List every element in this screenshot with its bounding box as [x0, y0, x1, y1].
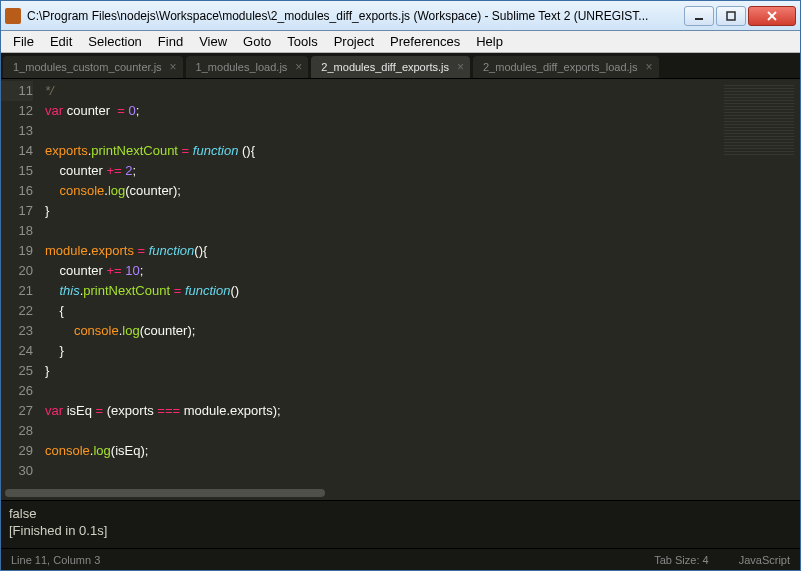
tab-close-icon[interactable]: ×: [457, 60, 464, 74]
line-number: 19: [1, 241, 33, 261]
line-number: 21: [1, 281, 33, 301]
status-tab-size[interactable]: Tab Size: 4: [654, 554, 708, 566]
tab-close-icon[interactable]: ×: [295, 60, 302, 74]
status-syntax[interactable]: JavaScript: [739, 554, 790, 566]
line-number: 24: [1, 341, 33, 361]
code-line: var isEq = (exports === module.exports);: [45, 401, 710, 421]
code-editor[interactable]: */var counter = 0;exports.printNextCount…: [41, 79, 710, 486]
line-number: 18: [1, 221, 33, 241]
titlebar[interactable]: C:\Program Files\nodejs\Workspace\module…: [1, 1, 800, 31]
code-line: console.log(isEq);: [45, 441, 710, 461]
tab-label: 1_modules_load.js: [196, 61, 288, 73]
menu-preferences[interactable]: Preferences: [382, 32, 468, 51]
menu-edit[interactable]: Edit: [42, 32, 80, 51]
build-output-panel[interactable]: false [Finished in 0.1s]: [1, 500, 800, 548]
code-line: [45, 421, 710, 441]
tab-label: 2_modules_diff_exports_load.js: [483, 61, 638, 73]
menu-find[interactable]: Find: [150, 32, 191, 51]
line-number-gutter: 1112131415161718192021222324252627282930: [1, 79, 41, 486]
window-title: C:\Program Files\nodejs\Workspace\module…: [27, 9, 684, 23]
line-number: 13: [1, 121, 33, 141]
menu-tools[interactable]: Tools: [279, 32, 325, 51]
menu-file[interactable]: File: [5, 32, 42, 51]
line-number: 23: [1, 321, 33, 341]
line-number: 28: [1, 421, 33, 441]
code-line: this.printNextCount = function(): [45, 281, 710, 301]
tab-close-icon[interactable]: ×: [646, 60, 653, 74]
line-number: 29: [1, 441, 33, 461]
horizontal-scrollbar[interactable]: [1, 486, 800, 500]
code-line: [45, 381, 710, 401]
code-line: console.log(counter);: [45, 181, 710, 201]
window-controls: [684, 6, 796, 26]
code-line: console.log(counter);: [45, 321, 710, 341]
line-number: 26: [1, 381, 33, 401]
tab-2_modules_diff_exports_load-js[interactable]: 2_modules_diff_exports_load.js×: [473, 56, 659, 78]
line-number: 11: [1, 81, 33, 101]
code-line: counter += 10;: [45, 261, 710, 281]
line-number: 25: [1, 361, 33, 381]
line-number: 30: [1, 461, 33, 481]
code-line: [45, 121, 710, 141]
status-position[interactable]: Line 11, Column 3: [11, 554, 100, 566]
menu-project[interactable]: Project: [326, 32, 382, 51]
code-line: exports.printNextCount = function (){: [45, 141, 710, 161]
minimap[interactable]: [710, 79, 800, 486]
line-number: 16: [1, 181, 33, 201]
line-number: 12: [1, 101, 33, 121]
line-number: 20: [1, 261, 33, 281]
line-number: 14: [1, 141, 33, 161]
status-bar: Line 11, Column 3 Tab Size: 4 JavaScript: [1, 548, 800, 570]
menu-selection[interactable]: Selection: [80, 32, 149, 51]
code-line: counter += 2;: [45, 161, 710, 181]
code-line: var counter = 0;: [45, 101, 710, 121]
tab-close-icon[interactable]: ×: [170, 60, 177, 74]
console-line: false: [9, 505, 792, 522]
code-line: }: [45, 341, 710, 361]
line-number: 27: [1, 401, 33, 421]
minimize-button[interactable]: [684, 6, 714, 26]
maximize-button[interactable]: [716, 6, 746, 26]
tab-1_modules_load-js[interactable]: 1_modules_load.js×: [186, 56, 309, 78]
code-line: [45, 221, 710, 241]
line-number: 22: [1, 301, 33, 321]
tab-label: 1_modules_custom_counter.js: [13, 61, 162, 73]
menu-view[interactable]: View: [191, 32, 235, 51]
code-line: [45, 461, 710, 481]
code-line: module.exports = function(){: [45, 241, 710, 261]
tab-label: 2_modules_diff_exports.js: [321, 61, 449, 73]
menu-help[interactable]: Help: [468, 32, 511, 51]
code-line: {: [45, 301, 710, 321]
code-line: }: [45, 361, 710, 381]
console-line: [Finished in 0.1s]: [9, 522, 792, 539]
scrollbar-thumb[interactable]: [5, 489, 325, 497]
close-button[interactable]: [748, 6, 796, 26]
editor-area: 1112131415161718192021222324252627282930…: [1, 79, 800, 486]
app-icon: [5, 8, 21, 24]
minimap-preview: [724, 85, 794, 155]
code-line: }: [45, 201, 710, 221]
line-number: 17: [1, 201, 33, 221]
tab-2_modules_diff_exports-js[interactable]: 2_modules_diff_exports.js×: [311, 56, 470, 78]
tab-1_modules_custom_counter-js[interactable]: 1_modules_custom_counter.js×: [3, 56, 183, 78]
line-number: 15: [1, 161, 33, 181]
app-window: C:\Program Files\nodejs\Workspace\module…: [0, 0, 801, 571]
menu-goto[interactable]: Goto: [235, 32, 279, 51]
tab-bar: 1_modules_custom_counter.js×1_modules_lo…: [1, 53, 800, 79]
menubar: FileEditSelectionFindViewGotoToolsProjec…: [1, 31, 800, 53]
svg-rect-1: [727, 12, 735, 20]
code-line: */: [45, 81, 710, 101]
